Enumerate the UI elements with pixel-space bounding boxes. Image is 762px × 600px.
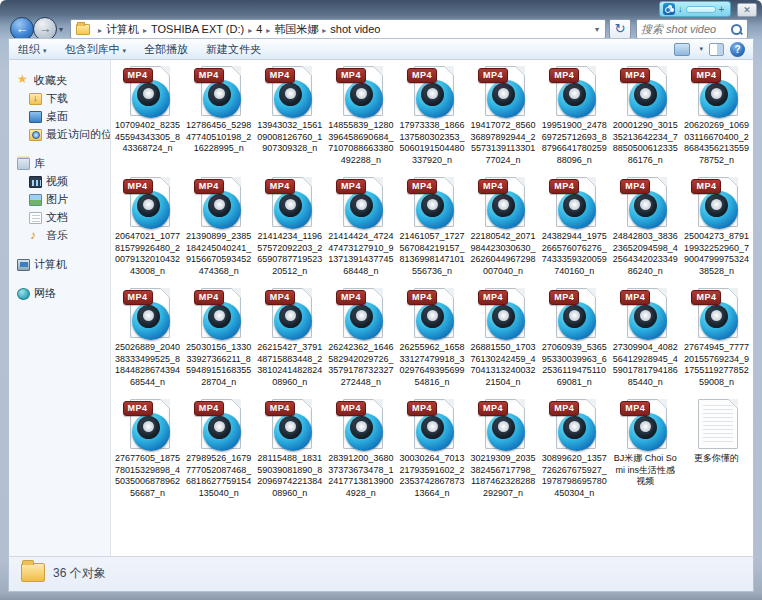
file-item[interactable]: MP414855839_1280396458690684_71070886633…	[325, 63, 396, 174]
file-item[interactable]: MP427309904_408256412928945_459017817941…	[610, 285, 681, 396]
address-dropdown-icon[interactable]: ▾	[589, 25, 605, 34]
file-item[interactable]: MP421461057_1727567084219157_81369981471…	[396, 174, 467, 285]
file-item[interactable]: MP417973338_1866137580302353_50601915044…	[396, 63, 467, 174]
address-bar[interactable]: ▸计算机▸TOSHIBA EXT (D:)▸4▸韩国米娜▸shot video …	[70, 19, 606, 39]
file-item[interactable]: MP424382944_1975266576076276_74333593200…	[539, 174, 610, 285]
file-item[interactable]: MP413943032_156109008126760_1907309328_n	[254, 63, 325, 174]
toolbar-button[interactable]: 全部播放	[135, 40, 197, 59]
breadcrumb-item[interactable]: 韩国米娜	[274, 23, 318, 35]
sidebar-item[interactable]: 桌面	[29, 109, 110, 124]
file-item[interactable]: MP420620269_106903116670400_286843562135…	[681, 63, 752, 174]
sidebar-item[interactable]: 音乐	[29, 228, 110, 243]
breadcrumb-item[interactable]: 计算机	[106, 23, 139, 35]
file-item[interactable]: MP421414234_119657572092203_265907877195…	[254, 174, 325, 285]
file-item[interactable]: MP430219309_2035382456717798_11874623282…	[468, 396, 539, 507]
toolbar-button[interactable]: 组织▾	[9, 40, 56, 59]
file-item[interactable]: MP426881550_170376130242459_470413132400…	[468, 285, 539, 396]
sidebar-item-label: 视频	[46, 174, 68, 189]
file-item[interactable]: MP412786456_529847740510198_216228995_n	[183, 63, 254, 174]
mp4-badge: MP4	[478, 290, 508, 305]
file-item[interactable]: MP422180542_2071984423030630_26260449672…	[468, 174, 539, 285]
preview-pane-icon[interactable]	[709, 43, 724, 56]
file-item[interactable]: MP425004273_879119932252960_790047999753…	[681, 174, 752, 285]
file-item[interactable]: MP426215427_379148715883448_238102414828…	[254, 285, 325, 396]
downloads-icon	[29, 93, 42, 105]
film-reel-icon	[274, 302, 312, 340]
toolbar-button[interactable]: 包含到库中▾	[56, 40, 136, 59]
file-item[interactable]: MP426242362_1646582942029726_35791787323…	[325, 285, 396, 396]
file-item[interactable]: MP410709402_823545594343305_843368724_n	[112, 63, 183, 174]
file-item[interactable]: MP428115488_183159039081890_820969742213…	[254, 396, 325, 507]
search-icon[interactable]	[730, 23, 743, 36]
mp4-badge: MP4	[691, 290, 721, 305]
breadcrumb-separator-icon: ▸	[262, 26, 274, 35]
breadcrumb-separator-icon: ▸	[94, 26, 106, 35]
star-icon	[17, 75, 30, 87]
file-name: 28391200_368037373673478_124177138139004…	[327, 453, 394, 499]
file-item[interactable]: MP420001290_301535213642234_788505006123…	[610, 63, 681, 174]
film-reel-icon	[558, 80, 596, 118]
file-item[interactable]: MP427674945_777720155769234_917551192778…	[681, 285, 752, 396]
breadcrumb-separator-icon: ▸	[139, 26, 151, 35]
breadcrumb-item[interactable]: shot video	[330, 23, 380, 35]
file-item[interactable]: MP427677605_187578015329898_450350068789…	[112, 396, 183, 507]
sidebar-item[interactable]: 文档	[29, 210, 110, 225]
add-download-icon[interactable]: +	[719, 4, 725, 15]
status-folder-icon	[21, 563, 45, 582]
file-item[interactable]: MP427989526_1679777052087468_68186277591…	[183, 396, 254, 507]
download-app-icon	[663, 3, 675, 15]
sidebar-item[interactable]: 收藏夹	[17, 73, 110, 88]
film-reel-icon	[345, 80, 383, 118]
change-view-icon[interactable]	[674, 43, 690, 56]
change-view-dropdown-icon[interactable]: ▾	[699, 45, 703, 53]
mp4-file-icon: MP4	[194, 288, 244, 341]
refresh-button[interactable]: ↻	[609, 19, 631, 39]
sidebar-item[interactable]: 库	[17, 156, 110, 171]
film-reel-icon	[203, 413, 241, 451]
file-item[interactable]: MP420647021_107781579926480_200791320104…	[112, 174, 183, 285]
mp4-badge: MP4	[265, 68, 295, 83]
film-reel-icon	[345, 302, 383, 340]
sidebar-item[interactable]: 网络	[17, 286, 110, 301]
mp4-file-icon: MP4	[265, 288, 315, 341]
file-item[interactable]: MP4BJ米娜 Choi Somi ins生活性感视频	[610, 396, 681, 507]
sidebar-item-label: 音乐	[46, 228, 68, 243]
toolbar-button[interactable]: 新建文件夹	[197, 40, 270, 59]
sidebar-item[interactable]: 最近访问的位置	[29, 127, 110, 142]
sidebar-item[interactable]: 计算机	[17, 257, 110, 272]
close-button[interactable]: ✕	[737, 3, 757, 17]
file-item[interactable]: MP428391200_368037373673478_124177138139…	[325, 396, 396, 507]
mp4-file-icon: MP4	[265, 66, 315, 119]
film-reel-icon	[274, 413, 312, 451]
sidebar-item[interactable]: 下载	[29, 91, 110, 106]
file-item[interactable]: MP430899620_1357726267675927_19787986957…	[539, 396, 610, 507]
history-dropdown-icon[interactable]: ▾	[59, 25, 63, 34]
film-reel-icon	[132, 413, 170, 451]
file-name: 20647021_107781579926480_200791320104324…	[114, 231, 181, 277]
file-item[interactable]: MP421414424_472447473127910_913713914377…	[325, 174, 396, 285]
network-icon	[17, 288, 30, 300]
download-widget[interactable]: ↓ +	[659, 1, 731, 17]
file-item[interactable]: MP424842803_383623652094598_425643420233…	[610, 174, 681, 285]
search-box[interactable]	[636, 19, 748, 39]
sidebar-item[interactable]: 图片	[29, 192, 110, 207]
file-item[interactable]: 更多你懂的	[681, 396, 752, 507]
mp4-file-icon: MP4	[407, 288, 457, 341]
file-item[interactable]: MP421390899_2385184245040241_91566705934…	[183, 174, 254, 285]
file-item[interactable]: MP425030156_133033927366211_859489151683…	[183, 285, 254, 396]
mp4-file-icon: MP4	[123, 177, 173, 230]
file-item[interactable]: MP419417072_856036897892944_255731391133…	[468, 63, 539, 174]
film-reel-icon	[345, 191, 383, 229]
file-item[interactable]: MP427060939_536595330039963_625361194751…	[539, 285, 610, 396]
mp4-badge: MP4	[194, 401, 224, 416]
film-reel-icon	[558, 302, 596, 340]
file-item[interactable]: MP419951900_247869725712693_887966417802…	[539, 63, 610, 174]
help-button[interactable]: ?	[730, 42, 745, 57]
mp4-file-icon: MP4	[549, 66, 599, 119]
file-item[interactable]: MP425026889_204038333499525_818448286743…	[112, 285, 183, 396]
file-item[interactable]: MP426255962_165833127479918_302976493956…	[396, 285, 467, 396]
sidebar-item[interactable]: 视频	[29, 174, 110, 189]
breadcrumb-item[interactable]: TOSHIBA EXT (D:)	[151, 23, 244, 35]
file-item[interactable]: MP430030264_701321793591602_223537428678…	[396, 396, 467, 507]
search-input[interactable]	[637, 23, 730, 35]
